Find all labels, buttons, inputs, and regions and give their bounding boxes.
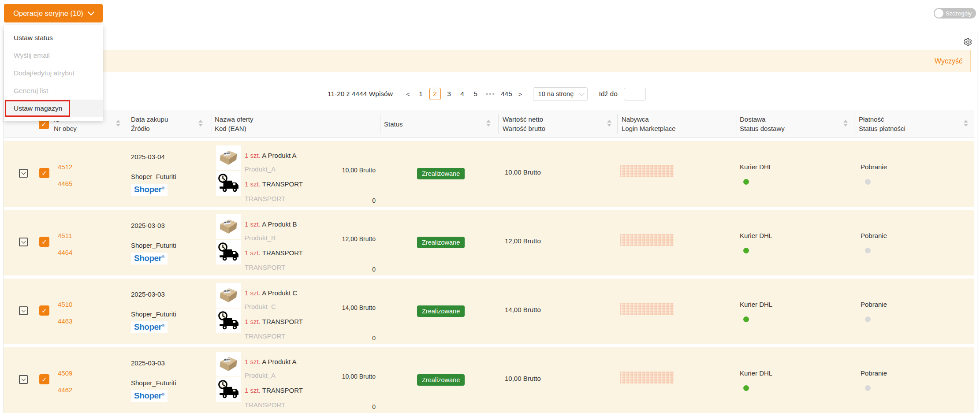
order-item-name: 1 szt. TRANSPORT: [245, 180, 303, 188]
order-id-link[interactable]: 4511: [58, 232, 72, 239]
marketplace-logo[interactable]: Shoper®: [131, 184, 168, 196]
column-header-buyer[interactable]: NabywcaLogin Marketplace: [622, 115, 676, 133]
order-id-link[interactable]: 4512: [58, 163, 72, 171]
foreign-id-link[interactable]: 4465: [58, 180, 72, 187]
status-badge[interactable]: Zrealizowane: [417, 374, 465, 386]
page-button-3[interactable]: 3: [443, 90, 456, 98]
page-button-4[interactable]: 4: [456, 90, 469, 98]
sort-arrows-icon[interactable]: [843, 120, 848, 127]
details-toggle[interactable]: Szczegóły: [934, 8, 976, 19]
status-badge[interactable]: Zrealizowane: [417, 237, 465, 248]
item-quantity: 1 szt.: [245, 152, 261, 159]
page-button-2-current[interactable]: 2: [429, 88, 441, 100]
item-quantity: 1 szt.: [245, 289, 261, 297]
page-button-1[interactable]: 1: [414, 90, 428, 98]
sort-arrows-icon[interactable]: [486, 120, 491, 127]
delivery-truck-clock-image[interactable]: [216, 240, 241, 264]
goto-page-input[interactable]: [624, 88, 646, 100]
row-checkbox[interactable]: ✓: [39, 168, 49, 178]
order-item-name: 1 szt. TRANSPORT: [245, 318, 303, 325]
marketplace-logo[interactable]: Shoper®: [131, 390, 168, 402]
order-item-price: 0: [372, 197, 376, 204]
payment-status-dot[interactable]: [865, 385, 871, 391]
delivery-truck-clock-image[interactable]: [216, 309, 241, 333]
marketplace-logo[interactable]: Shoper®: [131, 321, 168, 333]
sort-arrows-icon[interactable]: [964, 120, 968, 127]
orders-list: ✓ 4512 4465 2025-03-04 Shoper_Futuriti S…: [4, 141, 974, 413]
gear-icon[interactable]: [963, 37, 973, 47]
page-button-last[interactable]: 445: [499, 90, 514, 98]
row-expander-checkbox[interactable]: [19, 238, 28, 246]
parcel-box-image[interactable]: [216, 145, 241, 170]
payment-status-dot[interactable]: [865, 179, 871, 185]
delivery-status-dot[interactable]: [743, 385, 749, 391]
payment-method: Pobranie: [861, 301, 887, 308]
row-expander-checkbox[interactable]: [19, 169, 28, 178]
payment-status-dot[interactable]: [865, 248, 871, 253]
column-header-value[interactable]: Wartość nettoWartość brutto: [503, 115, 545, 133]
toggle-knob: [935, 9, 943, 18]
delivery-truck-clock-image[interactable]: [216, 377, 241, 402]
delivery-method: Kurier DHL: [740, 163, 772, 171]
menu-item-ustaw-status[interactable]: Ustaw status: [4, 29, 103, 47]
payment-status-dot[interactable]: [865, 316, 871, 322]
parcel-box-image[interactable]: [216, 352, 241, 376]
chevron-down-icon: [21, 171, 26, 175]
orders-page: Operacje seryjne (10) Szczegóły Wyczyść …: [0, 0, 980, 413]
marketplace-logo[interactable]: Shoper®: [131, 253, 168, 264]
row-expander-checkbox[interactable]: [19, 375, 28, 384]
order-item-price: 10,00 Brutto: [342, 373, 376, 380]
purchase-date: 2025-03-03: [131, 290, 165, 298]
parcel-box-image[interactable]: [216, 283, 241, 308]
order-item-sku: TRANSPORT: [245, 332, 285, 340]
column-header-delivery[interactable]: DostawaStatus dostawy: [740, 115, 785, 133]
sort-arrows-icon[interactable]: [607, 120, 611, 127]
page-size-select[interactable]: 10 na stronę: [533, 87, 588, 101]
clear-filters-link[interactable]: Wyczyść: [935, 57, 970, 65]
gross-value: 10,00 Brutto: [505, 375, 541, 382]
delivery-status-dot[interactable]: [743, 179, 749, 185]
page-button-5[interactable]: 5: [469, 90, 482, 98]
column-header-status[interactable]: Status: [384, 119, 403, 129]
status-badge[interactable]: Zrealizowane: [417, 305, 465, 317]
page-size-value: 10 na stronę: [538, 90, 574, 97]
table-row: ✓ 4512 4465 2025-03-04 Shoper_Futuriti S…: [4, 141, 974, 207]
prev-page-button[interactable]: <: [402, 90, 414, 98]
row-checkbox[interactable]: ✓: [39, 374, 49, 384]
active-filters-banner: Wyczyść: [7, 50, 971, 72]
order-item-price: 0: [372, 403, 376, 410]
menu-item-ustaw-magazyn[interactable]: Ustaw magazyn: [4, 100, 103, 117]
foreign-id-link[interactable]: 4464: [58, 249, 72, 256]
row-checkbox[interactable]: ✓: [39, 237, 49, 247]
order-source: Shoper_Futuriti: [131, 242, 176, 249]
foreign-id-link[interactable]: 4463: [58, 317, 72, 325]
delivery-truck-clock-image[interactable]: [216, 171, 241, 196]
sort-arrows-icon[interactable]: [116, 120, 120, 127]
parcel-box-image[interactable]: [216, 214, 241, 239]
order-id-link[interactable]: 4509: [58, 369, 72, 377]
purchase-date: 2025-03-03: [131, 222, 165, 229]
column-header-payment[interactable]: PłatnośćStatus płatności: [859, 115, 905, 133]
order-item-price: 12,00 Brutto: [342, 235, 376, 242]
delivery-status-dot[interactable]: [743, 316, 749, 322]
order-id-link[interactable]: 4510: [58, 301, 72, 308]
column-header-offer[interactable]: Nazwa ofertyKod (EAN): [215, 115, 253, 133]
column-divider: [737, 114, 737, 134]
foreign-id-link[interactable]: 4462: [58, 386, 72, 394]
row-expander-checkbox[interactable]: [19, 306, 28, 315]
order-item-name: 1 szt. A Produkt A: [245, 152, 297, 159]
bulk-operations-button[interactable]: Operacje seryjne (10): [4, 4, 103, 22]
gross-value: 12,00 Brutto: [505, 237, 541, 245]
page-ellipsis[interactable]: •••: [482, 90, 499, 98]
delivery-status-dot[interactable]: [743, 248, 749, 253]
order-item-price: 10,00 Brutto: [342, 167, 376, 174]
status-badge[interactable]: Zrealizowane: [417, 168, 465, 179]
sort-arrows-icon[interactable]: [198, 120, 203, 127]
row-checkbox[interactable]: ✓: [39, 305, 49, 316]
order-item-sku: TRANSPORT: [245, 264, 285, 271]
column-header-date[interactable]: Data zakupuŹródło: [131, 115, 168, 133]
item-title: TRANSPORT: [262, 249, 303, 257]
chevron-down-icon: [21, 308, 26, 313]
next-page-button[interactable]: >: [514, 90, 527, 98]
order-item-name: 1 szt. A Produkt B: [245, 220, 297, 228]
